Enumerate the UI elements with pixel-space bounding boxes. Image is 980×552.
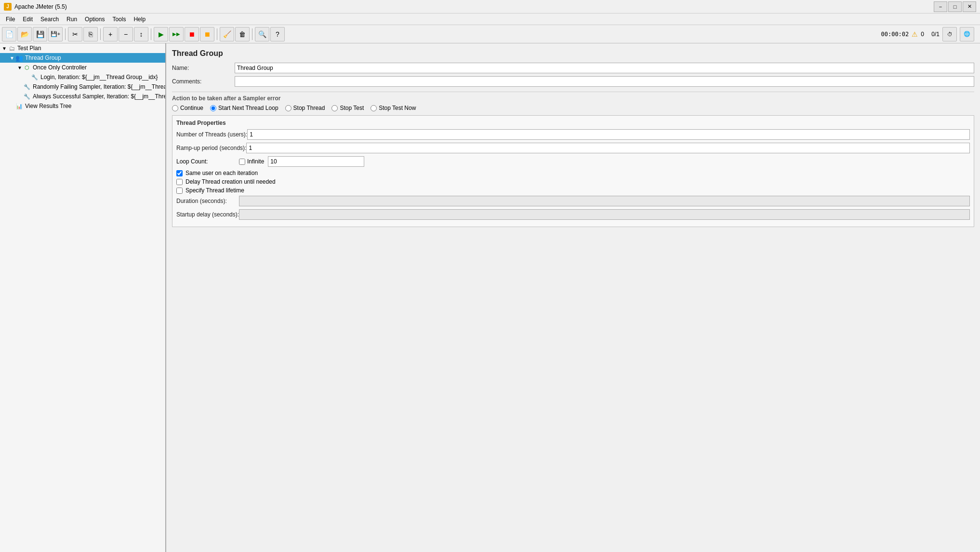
right-panel: Thread Group Name: Comments: Action to b…	[166, 43, 980, 552]
delay-thread-label[interactable]: Delay Thread creation until needed	[176, 178, 970, 185]
menu-item-tools[interactable]: Tools	[108, 15, 130, 24]
tree-node-test-plan[interactable]: ▼ 🗂 Test Plan	[0, 43, 165, 53]
menu-item-options[interactable]: Options	[81, 15, 108, 24]
startup-delay-input[interactable]	[239, 209, 970, 220]
ramp-up-label: Ramp-up period (seconds):	[176, 145, 246, 151]
radio-stop-test-now-label[interactable]: Stop Test Now	[371, 105, 416, 111]
radio-stop-test-text: Stop Test	[340, 105, 364, 111]
tree-node-once-only-controller[interactable]: ▼ ⬡ Once Only Controller	[0, 63, 165, 72]
start-btn[interactable]: ▶	[154, 27, 168, 41]
toolbar-sep-4	[217, 28, 217, 40]
thread-props-section: Thread Properties Number of Threads (use…	[172, 115, 974, 227]
infinite-label[interactable]: Infinite	[239, 158, 264, 165]
radio-start-next-label[interactable]: Start Next Thread Loop	[210, 105, 278, 111]
duration-row: Duration (seconds):	[176, 196, 970, 206]
radio-stop-thread-label[interactable]: Stop Thread	[285, 105, 325, 111]
duration-input[interactable]	[239, 196, 970, 206]
delay-thread-checkbox[interactable]	[176, 179, 183, 185]
save-all-btn[interactable]: 💾+	[48, 27, 63, 41]
tree-node-view-results[interactable]: 📊 View Results Tree	[0, 101, 165, 111]
minimize-button[interactable]: −	[934, 1, 947, 12]
tree-node-always-successful[interactable]: 🔧 Always Successful Sampler, Iteration: …	[0, 92, 165, 101]
status-separator	[927, 31, 928, 38]
controller-icon: ⬡	[23, 64, 31, 71]
new-btn[interactable]: 📄	[2, 27, 16, 41]
infinite-checkbox[interactable]	[239, 159, 245, 165]
loop-count-input[interactable]	[268, 156, 364, 167]
maximize-button[interactable]: □	[948, 1, 962, 12]
form-title: Thread Group	[172, 49, 974, 58]
menu-item-run[interactable]: Run	[63, 15, 81, 24]
radio-start-next-text: Start Next Thread Loop	[218, 105, 278, 111]
radio-start-next[interactable]	[210, 105, 216, 111]
action-section-title: Action to be taken after a Sampler error	[172, 92, 974, 102]
start-no-pauses-btn[interactable]: ▶▶	[169, 27, 184, 41]
menu-item-edit[interactable]: Edit	[19, 15, 37, 24]
same-user-checkbox[interactable]	[176, 170, 183, 176]
sampler-icon-login: 🔧	[31, 73, 39, 81]
radio-stop-test-label[interactable]: Stop Test	[331, 105, 364, 111]
name-input[interactable]	[235, 63, 974, 73]
tree-label-view-results: View Results Tree	[25, 103, 72, 109]
tree-node-login-iteration[interactable]: 🔧 Login, Iteration: ${__jm__Thread Group…	[0, 72, 165, 82]
tree-expand-once-only[interactable]: ▼	[16, 64, 23, 71]
tree-expand-login[interactable]	[24, 74, 31, 81]
toolbar: 📄 📂 💾 💾+ ✂ ⎘ + − ↕ ▶ ▶▶ ⏹ ⏹ 🧹 🗑 🔍 ? 00:0…	[0, 25, 980, 43]
app-icon: J	[4, 3, 12, 11]
menu-item-search[interactable]: Search	[37, 15, 63, 24]
ramp-up-row: Ramp-up period (seconds):	[176, 143, 970, 153]
radio-stop-test-now[interactable]	[371, 105, 377, 111]
stop-btn[interactable]: ⏹	[185, 27, 199, 41]
clear-btn[interactable]: 🧹	[220, 27, 234, 41]
tree-expand-thread-group[interactable]: ▼	[9, 54, 15, 61]
toolbar-sep-5	[252, 28, 252, 40]
tree-node-randomly-failing[interactable]: 🔧 Randomly Failing Sampler, Iteration: $…	[0, 82, 165, 92]
left-panel: ▼ 🗂 Test Plan ▼ 👥 Thread Group ▼ ⬡ Once …	[0, 43, 166, 552]
remote-icon[interactable]: 🌐	[960, 27, 974, 41]
radio-stop-thread[interactable]	[285, 105, 291, 111]
name-row: Name:	[172, 63, 974, 73]
open-btn[interactable]: 📂	[17, 27, 32, 41]
toolbar-sep-2	[100, 28, 101, 40]
toolbar-sep-1	[65, 28, 66, 40]
app-title: Apache JMeter (5.5)	[14, 3, 67, 10]
same-user-row: Same user on each iteration	[176, 170, 970, 176]
menu-item-file[interactable]: File	[2, 15, 19, 24]
radio-stop-thread-text: Stop Thread	[293, 105, 325, 111]
collapse-btn[interactable]: −	[119, 27, 133, 41]
cut-btn[interactable]: ✂	[68, 27, 82, 41]
help-btn[interactable]: ?	[270, 27, 285, 41]
tree-expand-always-successful[interactable]	[16, 93, 23, 100]
tree-expand-randomly-failing[interactable]	[16, 83, 23, 90]
expand-btn[interactable]: +	[103, 27, 118, 41]
find-btn[interactable]: 🔍	[255, 27, 269, 41]
tree-label-thread-group: Thread Group	[25, 54, 61, 61]
clear-all-btn[interactable]: 🗑	[235, 27, 250, 41]
num-threads-input[interactable]	[247, 129, 970, 140]
radio-continue[interactable]	[172, 105, 178, 111]
name-label: Name:	[172, 65, 235, 71]
tree-node-thread-group[interactable]: ▼ 👥 Thread Group	[0, 53, 165, 63]
radio-stop-test[interactable]	[331, 105, 338, 111]
same-user-label[interactable]: Same user on each iteration	[176, 170, 970, 176]
startup-delay-row: Startup delay (seconds):	[176, 209, 970, 220]
specify-lifetime-text: Specify Thread lifetime	[185, 187, 244, 194]
copy-btn[interactable]: ⎘	[83, 27, 98, 41]
close-button[interactable]: ✕	[963, 1, 976, 12]
sampler-icon-success: 🔧	[23, 93, 31, 100]
save-btn[interactable]: 💾	[33, 27, 47, 41]
specify-lifetime-checkbox[interactable]	[176, 188, 183, 194]
specify-lifetime-label[interactable]: Specify Thread lifetime	[176, 187, 970, 194]
error-count: 0	[921, 31, 924, 38]
tree-expand-test-plan[interactable]: ▼	[1, 45, 8, 52]
specify-lifetime-row: Specify Thread lifetime	[176, 187, 970, 194]
ramp-up-input[interactable]	[246, 143, 970, 153]
menu-item-help[interactable]: Help	[130, 15, 149, 24]
radio-continue-label[interactable]: Continue	[172, 105, 203, 111]
toggle-btn[interactable]: ↕	[134, 27, 148, 41]
comments-input[interactable]	[235, 76, 974, 87]
shutdown-btn[interactable]: ⏹	[200, 27, 214, 41]
tree-expand-view-results[interactable]	[9, 103, 15, 109]
main-layout: ▼ 🗂 Test Plan ▼ 👥 Thread Group ▼ ⬡ Once …	[0, 43, 980, 552]
running-icon[interactable]: ⏱	[942, 27, 957, 41]
